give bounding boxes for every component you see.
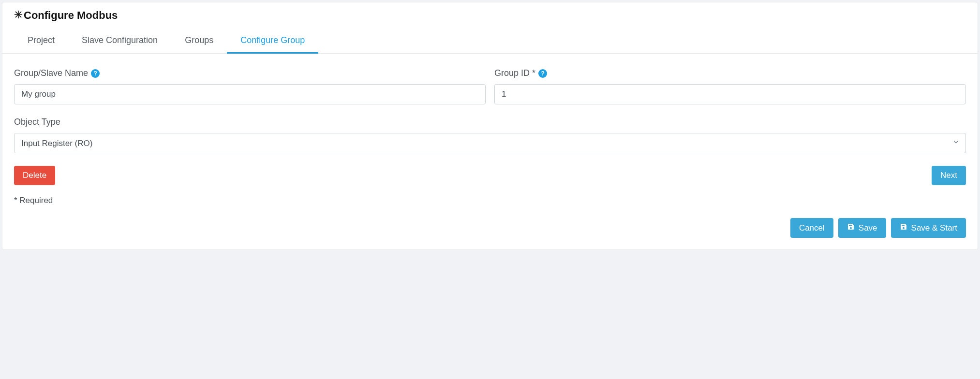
tab-slave-configuration[interactable]: Slave Configuration xyxy=(68,30,171,54)
save-button[interactable]: Save xyxy=(838,218,886,238)
group-name-input[interactable] xyxy=(14,84,486,104)
form-row-name-id: Group/Slave Name ? Group ID * ? xyxy=(14,68,966,104)
next-button[interactable]: Next xyxy=(932,166,966,185)
group-name-label: Group/Slave Name xyxy=(14,68,88,78)
object-type-label: Object Type xyxy=(14,117,60,127)
group-id-label-row: Group ID * ? xyxy=(494,68,966,78)
snowflake-icon xyxy=(14,9,23,22)
object-type-select[interactable]: Input Register (RO) xyxy=(14,133,966,153)
actions-row: Delete Next xyxy=(14,166,966,185)
footer-actions: Cancel Save Save & Start xyxy=(14,218,966,238)
tab-configure-group[interactable]: Configure Group xyxy=(227,30,318,54)
help-icon[interactable]: ? xyxy=(538,69,547,78)
object-type-field-group: Object Type Input Register (RO) xyxy=(14,117,966,153)
save-icon xyxy=(847,223,855,233)
tab-groups[interactable]: Groups xyxy=(171,30,227,54)
cancel-button[interactable]: Cancel xyxy=(790,218,833,238)
group-id-input[interactable] xyxy=(494,84,966,104)
form-row-object-type: Object Type Input Register (RO) xyxy=(14,117,966,153)
object-type-label-row: Object Type xyxy=(14,117,966,127)
tabs: Project Slave Configuration Groups Confi… xyxy=(2,30,978,54)
card-header: Configure Modbus Project Slave Configura… xyxy=(2,2,978,54)
required-note: * Required xyxy=(14,196,966,205)
group-name-label-row: Group/Slave Name ? xyxy=(14,68,486,78)
save-start-button[interactable]: Save & Start xyxy=(891,218,966,238)
card-body: Group/Slave Name ? Group ID * ? Object T… xyxy=(2,54,978,249)
group-id-label: Group ID * xyxy=(494,68,535,78)
save-icon xyxy=(900,223,907,233)
config-card: Configure Modbus Project Slave Configura… xyxy=(2,2,978,250)
tab-project[interactable]: Project xyxy=(14,30,68,54)
save-start-button-label: Save & Start xyxy=(911,223,957,233)
group-name-field-group: Group/Slave Name ? xyxy=(14,68,486,104)
help-icon[interactable]: ? xyxy=(91,69,100,78)
page-title: Configure Modbus xyxy=(24,9,118,22)
delete-button[interactable]: Delete xyxy=(14,166,55,185)
page-title-row: Configure Modbus xyxy=(14,9,966,22)
save-button-label: Save xyxy=(859,223,877,233)
object-type-select-wrap: Input Register (RO) xyxy=(14,133,966,153)
group-id-field-group: Group ID * ? xyxy=(494,68,966,104)
